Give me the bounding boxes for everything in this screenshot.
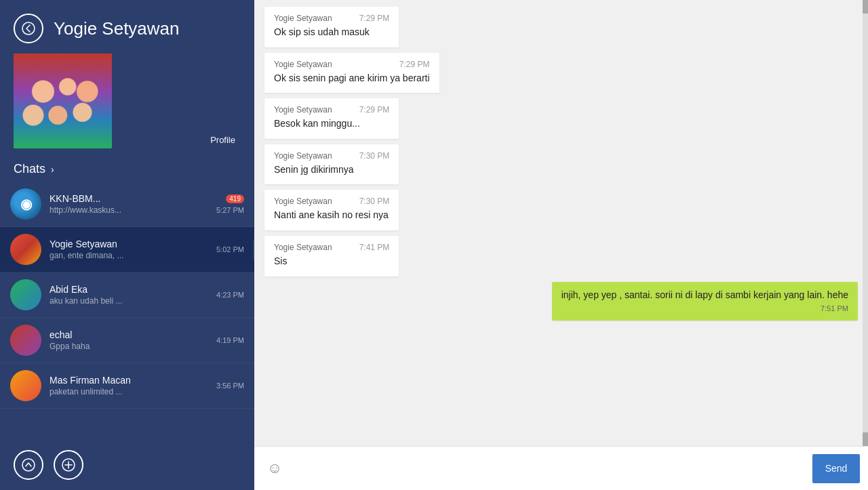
message-bubble: Yogie Setyawan 7:29 PM Ok sis senin pagi… bbox=[264, 53, 439, 94]
svg-point-1 bbox=[22, 459, 35, 471]
chat-avatar: ◉ bbox=[10, 188, 41, 220]
bottom-buttons bbox=[0, 440, 254, 490]
message-sender: Yogie Setyawan bbox=[274, 197, 332, 206]
svg-point-0 bbox=[22, 22, 35, 35]
profile-photo bbox=[14, 54, 112, 148]
chat-list-item[interactable]: ◉ KKN-BBM... http://www.kaskus... 419 5:… bbox=[0, 182, 254, 227]
message-sender: Yogie Setyawan bbox=[274, 243, 332, 252]
profile-photo-container: Profile bbox=[14, 54, 241, 148]
chat-preview: gan, ente dimana, ... bbox=[50, 251, 208, 260]
collapse-arrow[interactable]: ‹ bbox=[253, 239, 254, 260]
chat-info: Yogie Setyawan gan, ente dimana, ... bbox=[50, 239, 208, 260]
message-time: 7:51 PM bbox=[561, 304, 848, 312]
chat-time: 5:02 PM bbox=[216, 245, 244, 253]
chat-meta: 4:23 PM bbox=[216, 291, 244, 299]
chats-label: Chats bbox=[14, 162, 45, 176]
chat-info: KKN-BBM... http://www.kaskus... bbox=[50, 193, 208, 215]
chat-info: Abid Eka aku kan udah beli ... bbox=[50, 284, 208, 306]
message-time: 7:30 PM bbox=[359, 151, 390, 161]
scroll-down-arrow[interactable] bbox=[863, 432, 868, 446]
chat-meta: 4:19 PM bbox=[216, 336, 244, 344]
send-button[interactable]: Send bbox=[812, 454, 860, 483]
chat-meta: 5:02 PM bbox=[216, 245, 244, 253]
chats-header[interactable]: Chats › bbox=[0, 159, 254, 182]
chat-time: 4:23 PM bbox=[216, 291, 244, 299]
message-text: injih, yep yep , santai. sorii ni di lap… bbox=[561, 289, 848, 302]
emoji-button[interactable]: ☺ bbox=[262, 456, 287, 481]
chat-name: Yogie Setyawan bbox=[50, 239, 208, 249]
message-header: Yogie Setyawan 7:29 PM bbox=[274, 14, 389, 23]
message-time: 7:29 PM bbox=[359, 105, 390, 115]
message-sender: Yogie Setyawan bbox=[274, 151, 332, 161]
message-input[interactable] bbox=[294, 463, 806, 474]
input-area: ☺ Send bbox=[254, 446, 868, 490]
message-text: Sis bbox=[274, 255, 389, 268]
message-bubble: Yogie Setyawan 7:29 PM Ok sip sis udah m… bbox=[264, 7, 399, 47]
chat-preview: Gppa haha bbox=[50, 342, 208, 351]
message-time: 7:29 PM bbox=[399, 60, 430, 69]
chat-name: KKN-BBM... bbox=[50, 193, 208, 204]
chat-list-item[interactable]: Yogie Setyawan gan, ente dimana, ... 5:0… bbox=[0, 227, 254, 272]
scroll-up-arrow[interactable] bbox=[863, 0, 868, 14]
message-text: Ok sip sis udah masuk bbox=[274, 26, 389, 39]
chat-name: echal bbox=[50, 329, 208, 340]
scroll-track bbox=[863, 0, 868, 446]
chat-info: Mas Firman Macan paketan unlimited ... bbox=[50, 375, 208, 396]
messages-container: Yogie Setyawan 7:29 PM Ok sip sis udah m… bbox=[254, 0, 868, 446]
chat-time: 3:56 PM bbox=[216, 382, 244, 390]
chat-avatar bbox=[10, 279, 41, 310]
chat-time: 5:27 PM bbox=[216, 206, 244, 214]
profile-label: Profile bbox=[210, 135, 235, 145]
chat-name: Abid Eka bbox=[50, 284, 208, 295]
sidebar: Yogie Setyawan Profile Chats › ◉ KKN-BBM… bbox=[0, 0, 254, 490]
chat-preview: paketan unlimited ... bbox=[50, 387, 208, 396]
chat-area: Yogie Setyawan 7:29 PM Ok sip sis udah m… bbox=[254, 0, 868, 490]
message-bubble: Yogie Setyawan 7:30 PM Nanti ane kasih n… bbox=[264, 190, 399, 230]
message-header: Yogie Setyawan 7:30 PM bbox=[274, 151, 389, 161]
emoji-icon: ☺ bbox=[267, 460, 282, 477]
chats-arrow-icon: › bbox=[51, 164, 54, 175]
chat-badge: 419 bbox=[226, 195, 244, 203]
message-text: Senin jg dikirimnya bbox=[274, 163, 389, 177]
chat-time: 4:19 PM bbox=[216, 336, 244, 344]
chat-avatar bbox=[10, 234, 41, 265]
message-header: Yogie Setyawan 7:29 PM bbox=[274, 105, 389, 115]
message-sender: Yogie Setyawan bbox=[274, 60, 332, 69]
chat-list-item[interactable]: echal Gppa haha 4:19 PM bbox=[0, 318, 254, 363]
chat-list-item[interactable]: Mas Firman Macan paketan unlimited ... 3… bbox=[0, 363, 254, 409]
chat-meta: 419 5:27 PM bbox=[216, 195, 244, 214]
back-button[interactable] bbox=[14, 14, 43, 43]
message-bubble: Yogie Setyawan 7:30 PM Senin jg dikirimn… bbox=[264, 144, 399, 185]
message-time: 7:29 PM bbox=[359, 14, 390, 23]
profile-name: Yogie Setyawan bbox=[54, 18, 180, 39]
message-text: Besok kan minggu... bbox=[274, 117, 389, 131]
chat-list-item[interactable]: Abid Eka aku kan udah beli ... 4:23 PM bbox=[0, 272, 254, 318]
message-header: Yogie Setyawan 7:30 PM bbox=[274, 197, 389, 206]
message-header: Yogie Setyawan 7:41 PM bbox=[274, 243, 389, 252]
message-sender: Yogie Setyawan bbox=[274, 14, 332, 23]
scroll-up-button[interactable] bbox=[14, 450, 43, 480]
message-text: Ok sis senin pagi ane kirim ya berarti bbox=[274, 72, 430, 85]
chat-meta: 3:56 PM bbox=[216, 382, 244, 390]
message-sender: Yogie Setyawan bbox=[274, 105, 332, 115]
chat-info: echal Gppa haha bbox=[50, 329, 208, 351]
message-bubble: Yogie Setyawan 7:29 PM Besok kan minggu.… bbox=[264, 98, 399, 139]
add-chat-button[interactable] bbox=[54, 450, 83, 480]
message-text: Nanti ane kasih no resi nya bbox=[274, 209, 389, 222]
chat-preview: aku kan udah beli ... bbox=[50, 296, 208, 306]
chat-name: Mas Firman Macan bbox=[50, 375, 208, 386]
message-header: Yogie Setyawan 7:29 PM bbox=[274, 60, 430, 69]
message-bubble: injih, yep yep , santai. sorii ni di lap… bbox=[552, 282, 858, 321]
message-time: 7:30 PM bbox=[359, 197, 390, 206]
chat-avatar bbox=[10, 370, 41, 401]
chat-avatar bbox=[10, 325, 41, 356]
profile-header: Yogie Setyawan bbox=[0, 0, 254, 54]
message-bubble: Yogie Setyawan 7:41 PM Sis bbox=[264, 236, 399, 277]
chat-preview: http://www.kaskus... bbox=[50, 205, 208, 215]
message-time: 7:41 PM bbox=[359, 243, 390, 252]
chat-list: ◉ KKN-BBM... http://www.kaskus... 419 5:… bbox=[0, 182, 254, 440]
